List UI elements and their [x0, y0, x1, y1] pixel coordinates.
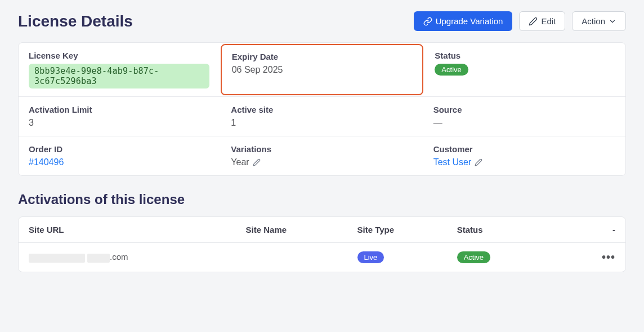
pencil-icon[interactable]: [475, 158, 482, 166]
header-actions: Upgrade Variation Edit Action: [414, 11, 626, 31]
activation-limit-value: 3: [29, 118, 211, 128]
activation-limit-cell: Activation Limit 3: [19, 97, 221, 136]
col-header-site-url: Site URL: [29, 225, 246, 234]
cell-site-type: Live: [357, 251, 457, 263]
upgrade-variation-label: Upgrade Variation: [436, 16, 503, 26]
active-site-cell: Active site 1: [221, 97, 423, 136]
source-value: —: [433, 118, 615, 128]
edit-label: Edit: [541, 16, 556, 26]
cell-status: Active: [457, 251, 557, 263]
activations-table: Site URL Site Name Site Type Status - .c…: [18, 216, 626, 272]
customer-cell: Customer Test User: [423, 136, 625, 175]
col-header-status: Status: [457, 225, 557, 234]
col-header-actions: -: [557, 225, 615, 234]
cell-actions: •••: [557, 251, 615, 264]
table-row: .com Live Active •••: [19, 243, 625, 272]
redacted-block: [87, 254, 110, 263]
order-id-cell: Order ID #140496: [19, 136, 221, 175]
cell-site-url: .com: [29, 252, 246, 262]
active-site-label: Active site: [231, 105, 413, 114]
customer-label: Customer: [433, 144, 615, 154]
order-id-label: Order ID: [29, 144, 211, 154]
activation-status-badge: Active: [457, 251, 490, 263]
redacted-block: [29, 254, 85, 263]
pencil-icon: [529, 17, 538, 26]
license-key-cell: License Key 8bb93e4e-99e8-4ab9-b87c-3c67…: [19, 43, 220, 96]
site-type-badge: Live: [357, 251, 384, 263]
source-cell: Source —: [423, 97, 625, 136]
action-dropdown-button[interactable]: Action: [572, 11, 626, 31]
pencil-icon[interactable]: [253, 158, 261, 166]
license-key-value[interactable]: 8bb93e4e-99e8-4ab9-b87c-3c67c5296ba3: [29, 64, 209, 88]
chevron-down-icon: [609, 17, 616, 25]
page-title: License Details: [18, 12, 133, 30]
activations-section-title: Activations of this license: [18, 192, 626, 207]
active-site-value: 1: [231, 118, 413, 128]
expiry-date-cell: Expiry Date 06 Sep 2025: [221, 44, 424, 95]
action-label: Action: [582, 16, 605, 26]
col-header-site-type: Site Type: [357, 225, 457, 234]
status-cell: Status Active: [424, 43, 625, 96]
status-badge: Active: [435, 64, 468, 76]
edit-button[interactable]: Edit: [519, 11, 565, 31]
col-header-site-name: Site Name: [246, 225, 357, 234]
expiry-date-label: Expiry Date: [232, 52, 413, 61]
url-suffix: .com: [110, 252, 128, 262]
table-header-row: Site URL Site Name Site Type Status -: [19, 217, 625, 243]
link-icon: [423, 17, 432, 26]
order-id-link[interactable]: #140496: [29, 157, 64, 167]
activation-limit-label: Activation Limit: [29, 105, 211, 114]
license-key-label: License Key: [29, 51, 209, 60]
customer-link[interactable]: Test User: [433, 157, 472, 167]
source-label: Source: [433, 105, 615, 114]
row-actions-button[interactable]: •••: [602, 251, 615, 263]
expiry-date-value: 06 Sep 2025: [232, 65, 413, 75]
license-details-card: License Key 8bb93e4e-99e8-4ab9-b87c-3c67…: [18, 42, 626, 176]
variations-cell: Variations Year: [221, 136, 423, 175]
variations-value: Year: [231, 157, 249, 167]
status-label: Status: [435, 51, 615, 60]
variations-label: Variations: [231, 144, 413, 154]
upgrade-variation-button[interactable]: Upgrade Variation: [414, 11, 513, 31]
